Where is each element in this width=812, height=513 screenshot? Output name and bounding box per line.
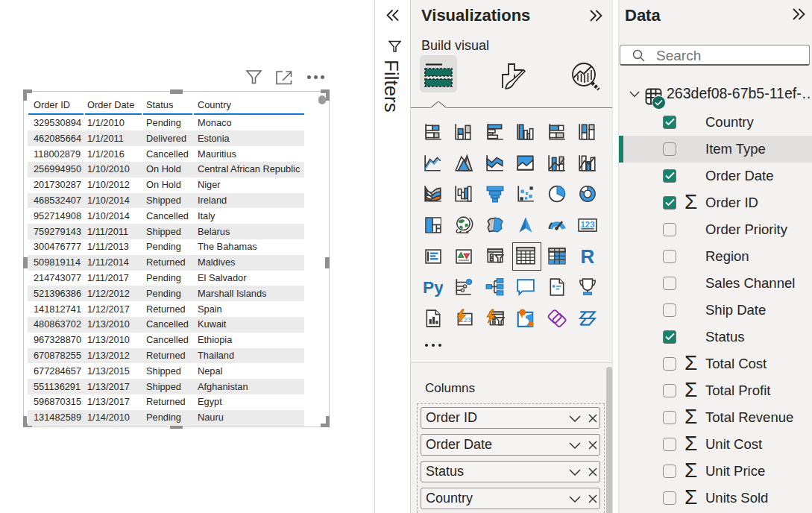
svg-text:Py: Py <box>424 277 443 297</box>
svg-text:R: R <box>581 247 595 266</box>
svg-text:123: 123 <box>581 220 595 229</box>
